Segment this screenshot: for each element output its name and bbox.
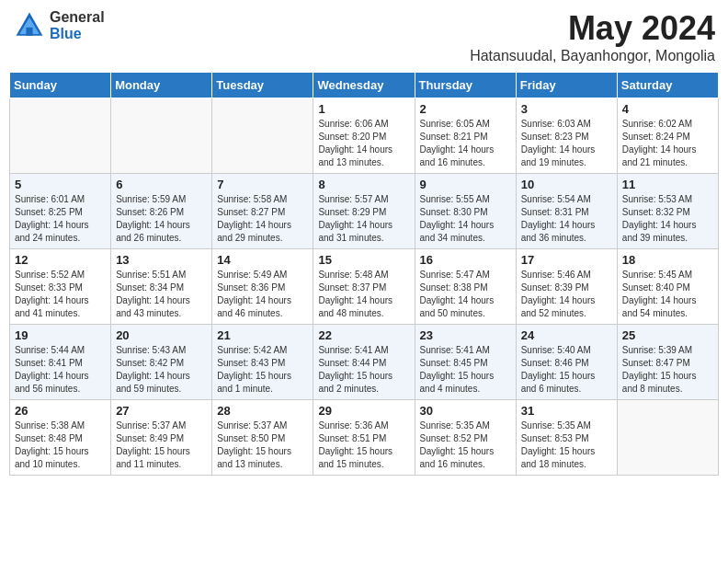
table-row: 28Sunrise: 5:37 AMSunset: 8:50 PMDayligh… — [212, 400, 313, 476]
day-number: 28 — [217, 404, 308, 418]
col-thursday: Thursday — [415, 73, 516, 98]
calendar-week-row: 19Sunrise: 5:44 AMSunset: 8:41 PMDayligh… — [10, 325, 719, 400]
day-info: Sunrise: 5:37 AMSunset: 8:49 PMDaylight:… — [116, 419, 207, 471]
day-number: 12 — [15, 253, 106, 267]
table-row: 19Sunrise: 5:44 AMSunset: 8:41 PMDayligh… — [10, 325, 111, 400]
table-row: 23Sunrise: 5:41 AMSunset: 8:45 PMDayligh… — [415, 325, 516, 400]
day-number: 2 — [420, 102, 511, 116]
table-row: 6Sunrise: 5:59 AMSunset: 8:26 PMDaylight… — [111, 174, 212, 249]
day-info: Sunrise: 6:03 AMSunset: 8:23 PMDaylight:… — [521, 118, 612, 169]
logo-text: General Blue — [50, 9, 105, 41]
day-number: 18 — [622, 253, 713, 267]
day-info: Sunrise: 5:46 AMSunset: 8:39 PMDaylight:… — [521, 269, 612, 320]
day-info: Sunrise: 5:41 AMSunset: 8:44 PMDaylight:… — [318, 344, 409, 396]
table-row: 26Sunrise: 5:38 AMSunset: 8:48 PMDayligh… — [10, 400, 111, 476]
day-number: 9 — [420, 178, 511, 191]
day-number: 3 — [521, 102, 612, 116]
location-title: Hatansuudal, Bayanhongor, Mongolia — [470, 48, 715, 64]
table-row: 3Sunrise: 6:03 AMSunset: 8:23 PMDaylight… — [516, 98, 617, 174]
day-info: Sunrise: 5:52 AMSunset: 8:33 PMDaylight:… — [15, 269, 106, 320]
calendar-header-row: Sunday Monday Tuesday Wednesday Thursday… — [10, 73, 719, 98]
day-number: 27 — [116, 404, 207, 418]
col-friday: Friday — [516, 73, 617, 98]
table-row: 15Sunrise: 5:48 AMSunset: 8:37 PMDayligh… — [313, 249, 415, 325]
day-number: 30 — [420, 404, 511, 418]
day-info: Sunrise: 5:41 AMSunset: 8:45 PMDaylight:… — [420, 344, 511, 396]
table-row: 21Sunrise: 5:42 AMSunset: 8:43 PMDayligh… — [212, 325, 313, 400]
table-row: 10Sunrise: 5:54 AMSunset: 8:31 PMDayligh… — [516, 174, 617, 249]
day-number: 10 — [521, 178, 612, 191]
day-info: Sunrise: 6:05 AMSunset: 8:21 PMDaylight:… — [420, 118, 511, 169]
day-number: 11 — [622, 178, 713, 191]
day-info: Sunrise: 5:49 AMSunset: 8:36 PMDaylight:… — [217, 269, 308, 320]
table-row: 29Sunrise: 5:36 AMSunset: 8:51 PMDayligh… — [313, 400, 415, 476]
day-info: Sunrise: 6:06 AMSunset: 8:20 PMDaylight:… — [318, 118, 409, 169]
table-row — [617, 400, 718, 476]
day-info: Sunrise: 5:54 AMSunset: 8:31 PMDaylight:… — [521, 193, 612, 245]
day-number: 1 — [318, 102, 409, 116]
logo-blue-text: Blue — [50, 26, 105, 42]
day-info: Sunrise: 5:59 AMSunset: 8:26 PMDaylight:… — [116, 193, 207, 245]
table-row: 17Sunrise: 5:46 AMSunset: 8:39 PMDayligh… — [516, 249, 617, 325]
title-area: May 2024 Hatansuudal, Bayanhongor, Mongo… — [470, 9, 715, 64]
logo: General Blue — [13, 9, 105, 42]
calendar-week-row: 26Sunrise: 5:38 AMSunset: 8:48 PMDayligh… — [10, 400, 719, 476]
day-number: 13 — [116, 253, 207, 267]
calendar-table: Sunday Monday Tuesday Wednesday Thursday… — [9, 72, 719, 476]
day-info: Sunrise: 5:51 AMSunset: 8:34 PMDaylight:… — [116, 269, 207, 320]
day-number: 17 — [521, 253, 612, 267]
day-number: 16 — [420, 253, 511, 267]
table-row — [212, 98, 313, 174]
day-info: Sunrise: 5:48 AMSunset: 8:37 PMDaylight:… — [318, 269, 409, 320]
day-number: 14 — [217, 253, 308, 267]
table-row: 9Sunrise: 5:55 AMSunset: 8:30 PMDaylight… — [415, 174, 516, 249]
logo-general-text: General — [50, 9, 105, 26]
day-info: Sunrise: 5:38 AMSunset: 8:48 PMDaylight:… — [15, 419, 106, 471]
col-wednesday: Wednesday — [313, 73, 415, 98]
day-info: Sunrise: 5:57 AMSunset: 8:29 PMDaylight:… — [318, 193, 409, 245]
day-info: Sunrise: 5:43 AMSunset: 8:42 PMDaylight:… — [116, 344, 207, 396]
table-row: 27Sunrise: 5:37 AMSunset: 8:49 PMDayligh… — [111, 400, 212, 476]
table-row: 25Sunrise: 5:39 AMSunset: 8:47 PMDayligh… — [617, 325, 718, 400]
day-number: 5 — [15, 178, 106, 191]
day-info: Sunrise: 5:36 AMSunset: 8:51 PMDaylight:… — [318, 419, 409, 471]
day-info: Sunrise: 5:47 AMSunset: 8:38 PMDaylight:… — [420, 269, 511, 320]
day-number: 26 — [15, 404, 106, 418]
day-info: Sunrise: 6:02 AMSunset: 8:24 PMDaylight:… — [622, 118, 713, 169]
day-number: 19 — [15, 328, 106, 342]
col-sunday: Sunday — [10, 73, 111, 98]
day-info: Sunrise: 5:42 AMSunset: 8:43 PMDaylight:… — [217, 344, 308, 396]
day-number: 21 — [217, 328, 308, 342]
table-row: 12Sunrise: 5:52 AMSunset: 8:33 PMDayligh… — [10, 249, 111, 325]
table-row: 1Sunrise: 6:06 AMSunset: 8:20 PMDaylight… — [313, 98, 415, 174]
table-row: 22Sunrise: 5:41 AMSunset: 8:44 PMDayligh… — [313, 325, 415, 400]
day-number: 22 — [318, 328, 409, 342]
table-row: 13Sunrise: 5:51 AMSunset: 8:34 PMDayligh… — [111, 249, 212, 325]
table-row — [111, 98, 212, 174]
calendar-week-row: 1Sunrise: 6:06 AMSunset: 8:20 PMDaylight… — [10, 98, 719, 174]
day-info: Sunrise: 5:35 AMSunset: 8:52 PMDaylight:… — [420, 419, 511, 471]
day-number: 24 — [521, 328, 612, 342]
logo-icon — [13, 9, 46, 42]
table-row: 11Sunrise: 5:53 AMSunset: 8:32 PMDayligh… — [617, 174, 718, 249]
table-row: 7Sunrise: 5:58 AMSunset: 8:27 PMDaylight… — [212, 174, 313, 249]
day-info: Sunrise: 5:37 AMSunset: 8:50 PMDaylight:… — [217, 419, 308, 471]
col-monday: Monday — [111, 73, 212, 98]
svg-rect-2 — [26, 28, 32, 36]
day-number: 7 — [217, 178, 308, 191]
table-row: 14Sunrise: 5:49 AMSunset: 8:36 PMDayligh… — [212, 249, 313, 325]
table-row: 20Sunrise: 5:43 AMSunset: 8:42 PMDayligh… — [111, 325, 212, 400]
table-row: 2Sunrise: 6:05 AMSunset: 8:21 PMDaylight… — [415, 98, 516, 174]
table-row: 24Sunrise: 5:40 AMSunset: 8:46 PMDayligh… — [516, 325, 617, 400]
table-row: 8Sunrise: 5:57 AMSunset: 8:29 PMDaylight… — [313, 174, 415, 249]
table-row: 16Sunrise: 5:47 AMSunset: 8:38 PMDayligh… — [415, 249, 516, 325]
day-info: Sunrise: 5:35 AMSunset: 8:53 PMDaylight:… — [521, 419, 612, 471]
day-number: 29 — [318, 404, 409, 418]
day-info: Sunrise: 5:53 AMSunset: 8:32 PMDaylight:… — [622, 193, 713, 245]
calendar-week-row: 12Sunrise: 5:52 AMSunset: 8:33 PMDayligh… — [10, 249, 719, 325]
day-info: Sunrise: 5:45 AMSunset: 8:40 PMDaylight:… — [622, 269, 713, 320]
day-info: Sunrise: 5:58 AMSunset: 8:27 PMDaylight:… — [217, 193, 308, 245]
day-info: Sunrise: 5:44 AMSunset: 8:41 PMDaylight:… — [15, 344, 106, 396]
day-number: 6 — [116, 178, 207, 191]
calendar-week-row: 5Sunrise: 6:01 AMSunset: 8:25 PMDaylight… — [10, 174, 719, 249]
